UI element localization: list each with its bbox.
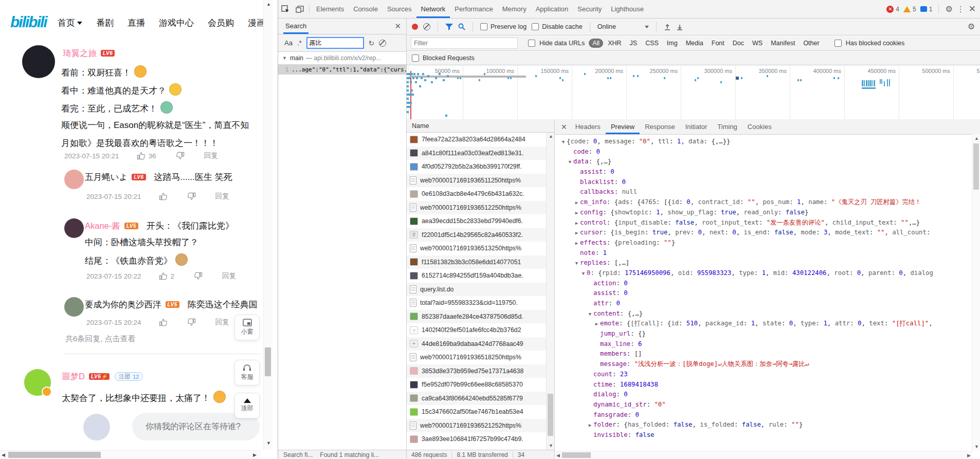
- reply-button[interactable]: 回复: [215, 318, 229, 327]
- nav-item-1[interactable]: 番剧: [96, 17, 114, 29]
- type-filter-all[interactable]: All: [589, 39, 603, 48]
- regex-toggle[interactable]: .*: [297, 39, 302, 47]
- request-row[interactable]: aea39ecdd15bc2833ebd79940edf6.: [407, 214, 554, 228]
- scroll-right-icon[interactable]: ▶: [967, 453, 971, 458]
- user-avatar[interactable]: [24, 369, 51, 396]
- scroll-down-icon[interactable]: ▼: [549, 444, 553, 448]
- export-har-icon[interactable]: [676, 23, 683, 30]
- json-tree-line[interactable]: dialog: 0: [555, 390, 972, 400]
- json-tree-line[interactable]: ▶effects: {preloading: ""}: [555, 238, 972, 248]
- devtools-tab-security[interactable]: Security: [573, 0, 606, 18]
- scrollbar-thumb[interactable]: [548, 394, 553, 436]
- request-row[interactable]: 0e6108d3acb8e4e479c6b431a632c.: [407, 187, 554, 201]
- triangle-right-icon[interactable]: ▶: [573, 238, 580, 249]
- request-row[interactable]: web?0000171691936511250https%: [407, 174, 554, 188]
- scroll-up-icon[interactable]: ▲: [266, 2, 271, 7]
- json-tree-line[interactable]: ▶cm_info: {ads: {4765: [{id: 0, contract…: [555, 197, 972, 208]
- scrollbar-thumb[interactable]: [562, 452, 591, 458]
- type-filter-js[interactable]: JS: [626, 39, 641, 48]
- request-row[interactable]: web?0000171691936513250https%: [407, 242, 554, 255]
- triangle-right-icon[interactable]: ▶: [573, 198, 580, 208]
- request-row[interactable]: total?aid=955983323&cid=119750.: [407, 296, 554, 310]
- nav-item-2[interactable]: 直播: [128, 17, 145, 29]
- nav-item-3[interactable]: 游戏中心: [159, 17, 194, 29]
- json-tree-line[interactable]: ▼replies: [,…]: [555, 258, 972, 268]
- type-filter-ws[interactable]: WS: [749, 39, 766, 48]
- json-tree-line[interactable]: ▼0: {rpid: 175146950096, oid: 955983323,…: [555, 268, 972, 279]
- detail-tab-headers[interactable]: Headers: [570, 119, 606, 134]
- detail-tab-preview[interactable]: Preview: [606, 119, 640, 134]
- request-row[interactable]: f11581382b3b3c058e6dd14077051: [407, 255, 554, 269]
- search-match-line[interactable]: 1 ...age":"0","ttl":1,"data":{"curs...: [278, 64, 406, 75]
- json-tree-line[interactable]: members: []: [555, 349, 972, 359]
- triangle-down-icon[interactable]: ▼: [587, 309, 593, 320]
- search-tab[interactable]: Search: [283, 19, 308, 34]
- user-avatar[interactable]: [64, 170, 84, 189]
- type-filter-css[interactable]: CSS: [642, 39, 662, 48]
- json-tree-line[interactable]: ▼data: {,…}: [555, 157, 972, 167]
- detail-tab-response[interactable]: Response: [640, 119, 680, 134]
- detail-tab-cookies[interactable]: Cookies: [742, 119, 777, 134]
- request-row[interactable]: +44de8169ba9dabaa424d7768aac49: [407, 337, 554, 351]
- user-avatar[interactable]: [64, 297, 84, 317]
- request-row[interactable]: a841c80f111ea03c03eaf2ed813e31.: [407, 146, 554, 160]
- device-toolbar-icon[interactable]: [293, 3, 307, 16]
- dislike-button[interactable]: [187, 318, 196, 326]
- scroll-down-icon[interactable]: ▼: [266, 441, 271, 446]
- reply-button[interactable]: 回复: [222, 271, 236, 281]
- json-tree-line[interactable]: ▶folder: {has_folded: false, is_folded: …: [555, 420, 972, 430]
- throttling-select[interactable]: Online: [597, 23, 640, 30]
- detail-horizontal-scrollbar[interactable]: ◀ ▶: [555, 451, 972, 459]
- page-vertical-scrollbar[interactable]: ▲ ▼: [263, 0, 273, 450]
- type-filter-xhr[interactable]: XHR: [604, 39, 625, 48]
- reply-button[interactable]: 回复: [204, 151, 218, 160]
- comment-username[interactable]: 五月蝿いよ: [85, 172, 128, 181]
- nav-item-0[interactable]: 首页: [58, 17, 82, 29]
- json-tree-line[interactable]: jump_url: {}: [555, 329, 972, 339]
- request-row[interactable]: 4f0d052792b5b2a36bb399170f29ff.: [407, 160, 554, 174]
- json-tree-line[interactable]: message: "浅浅分析一波：[脱单doge]↵人物关系图：加奈→阿夸→露比…: [555, 359, 972, 370]
- triangle-right-icon[interactable]: ▶: [587, 420, 593, 431]
- dislike-button[interactable]: [176, 152, 185, 160]
- detail-tab-timing[interactable]: Timing: [712, 119, 742, 134]
- request-row[interactable]: 6152714c894255df159a404bdb3ae.: [407, 269, 554, 283]
- json-tree-line[interactable]: dynamic_id_str: "0": [555, 400, 972, 410]
- like-button[interactable]: 2: [159, 272, 175, 280]
- request-row[interactable]: web?0000171691936518250https%: [407, 351, 554, 364]
- request-row[interactable]: #f22001df5c14b29565c82a460533f2.: [407, 228, 554, 242]
- json-tree-line[interactable]: blacklist: 0: [555, 177, 972, 188]
- match-case-toggle[interactable]: Aa: [284, 39, 293, 47]
- network-overview-timeline[interactable]: 50000 ms100000 ms150000 ms200000 ms25000…: [407, 66, 980, 120]
- nav-item-5[interactable]: 漫画: [248, 17, 265, 29]
- type-filter-other[interactable]: Other: [800, 39, 823, 48]
- view-replies-link[interactable]: 共6条回复, 点击查看: [65, 334, 136, 344]
- comment-username[interactable]: 琦翼之旅: [63, 48, 97, 58]
- request-row[interactable]: 7feea72a223a8203a64d28664a2484: [407, 133, 554, 146]
- import-har-icon[interactable]: [664, 23, 671, 30]
- devtools-tab-application[interactable]: Application: [531, 0, 573, 18]
- json-tree-line[interactable]: ▼content: {,…}: [555, 309, 972, 319]
- like-button[interactable]: 36: [137, 152, 156, 160]
- json-tree-line[interactable]: fansgrade: 0: [555, 410, 972, 420]
- checkbox-icon[interactable]: [480, 23, 487, 30]
- json-tree-line[interactable]: invisible: false: [555, 430, 972, 440]
- type-filter-media[interactable]: Media: [682, 39, 707, 48]
- float-button-客服[interactable]: 客服: [234, 360, 260, 385]
- clear-network-log-icon[interactable]: [423, 23, 430, 30]
- request-row[interactable]: ca9ca643f80664240ebd55285f6779: [407, 392, 554, 406]
- has-blocked-cookies-checkbox[interactable]: [834, 40, 842, 47]
- scroll-up-icon[interactable]: ▲: [549, 134, 553, 139]
- kebab-menu-icon[interactable]: ⋮: [957, 5, 965, 14]
- user-avatar[interactable]: [22, 45, 55, 78]
- user-avatar[interactable]: [64, 218, 84, 238]
- triangle-right-icon[interactable]: ▶: [573, 228, 580, 238]
- devtools-tab-lighthouse[interactable]: Lighthouse: [606, 0, 648, 18]
- error-count-badge[interactable]: ✕ 4: [886, 6, 899, 13]
- scrollbar-thumb[interactable]: [973, 143, 979, 190]
- nav-item-4[interactable]: 会员购: [208, 17, 234, 29]
- json-tree-line[interactable]: ▶cursor: {is_begin: true, prev: 0, next:…: [555, 228, 972, 238]
- triangle-down-icon[interactable]: ▼: [573, 259, 580, 269]
- fan-club-badge[interactable]: 泛团12: [115, 372, 143, 381]
- search-input[interactable]: [306, 37, 364, 49]
- type-filter-manifest[interactable]: Manifest: [767, 39, 798, 48]
